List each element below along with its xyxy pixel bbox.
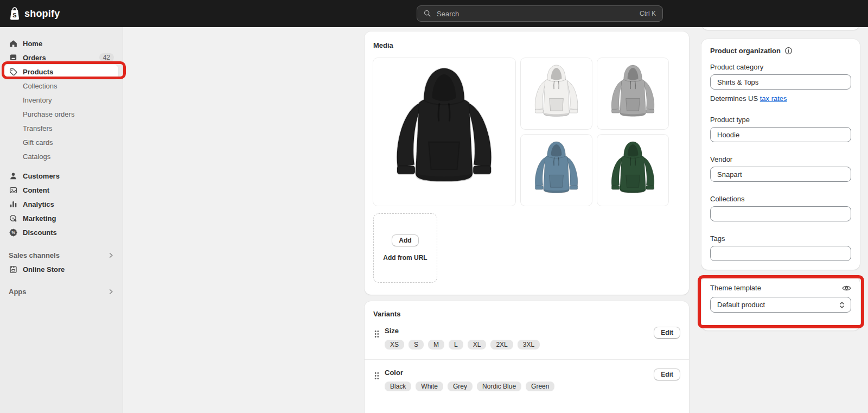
sidebar-item-orders[interactable]: Orders 42 [4,50,118,65]
add-from-url-link[interactable]: Add from URL [383,254,427,262]
product-organization-header: Product organization [710,47,851,55]
shopify-bag-icon: S [9,7,21,20]
product-category-input[interactable] [710,74,851,90]
variant-row-color: Color Black White Grey Nordic Blue Green… [373,368,680,391]
sidebar-item-label: Gift cards [23,138,53,147]
top-bar: S shopify Ctrl K [0,0,868,27]
sidebar-item-label: Home [23,40,42,48]
variant-value-chip: M [428,340,444,350]
media-title: Media [373,41,680,49]
sidebar-item-label: Inventory [23,96,52,104]
eye-icon[interactable] [842,284,851,292]
sidebar-item-inventory[interactable]: Inventory [4,93,118,107]
sidebar-item-discounts[interactable]: % Discounts [4,225,118,239]
sidebar-item-analytics[interactable]: Analytics [4,197,118,211]
chevron-right-icon [108,252,114,258]
sidebar-item-catalogs[interactable]: Catalogs [4,149,118,163]
svg-text:%: % [11,230,15,235]
variant-value-chip: 2XL [490,340,513,350]
product-image-black-hoodie[interactable] [373,58,515,206]
analytics-icon [9,200,17,208]
tax-note-text: Determines US [710,94,760,103]
sidebar-item-label: Discounts [23,228,57,237]
discounts-icon: % [9,228,17,237]
variant-row-size: Size XS S M L XL 2XL 3XL Edit [373,327,680,350]
drag-handle-icon[interactable] [374,330,379,350]
green-hoodie-image [606,139,660,201]
products-icon [9,67,17,76]
theme-template-value: Default product [717,301,765,309]
sidebar: Home Orders 42 Products Collections Inve… [0,27,123,413]
variant-value-chip: 3XL [518,340,540,350]
variants-card: Variants Size XS S M L XL 2XL 3XL [365,301,689,413]
edit-color-button[interactable]: Edit [654,368,680,380]
sidebar-item-home[interactable]: Home [4,36,118,50]
sidebar-item-purchase-orders[interactable]: Purchase orders [4,107,118,121]
product-image-green-hoodie[interactable] [597,135,668,206]
sidebar-item-label: Analytics [23,200,54,208]
variants-title: Variants [373,310,680,318]
divider [365,359,689,360]
section-label: Apps [9,288,27,296]
theme-template-select[interactable]: Default product [710,297,851,313]
variant-value-chip: Green [526,382,554,391]
edit-size-button[interactable]: Edit [654,327,680,339]
collections-input[interactable] [710,206,851,221]
theme-template-card: Theme template Default product [701,277,860,331]
sidebar-item-customers[interactable]: Customers [4,169,118,183]
sidebar-section-sales-channels[interactable]: Sales channels [4,248,118,262]
vendor-input[interactable] [710,167,851,182]
sidebar-item-label: Purchase orders [23,110,74,118]
main-content: Media Add Add from URL Variants [365,31,689,413]
sidebar-item-transfers[interactable]: Transfers [4,121,118,135]
sidebar-item-online-store[interactable]: Online Store [4,262,118,276]
global-search[interactable]: Ctrl K [417,5,663,22]
orders-icon [9,53,17,62]
product-image-grey-hoodie[interactable] [597,58,668,129]
media-grid [373,58,680,206]
drag-handle-icon[interactable] [374,372,379,391]
tags-input[interactable] [710,246,851,261]
white-hoodie-image [529,63,583,125]
media-add-dropzone[interactable]: Add Add from URL [373,213,437,283]
sidebar-item-collections[interactable]: Collections [4,79,118,93]
search-input[interactable] [436,9,635,18]
variant-value-chip: S [409,340,424,350]
add-media-button[interactable]: Add [392,234,418,246]
tags-label: Tags [710,234,851,243]
sidebar-item-content[interactable]: Content [4,183,118,197]
sidebar-item-gift-cards[interactable]: Gift cards [4,135,118,149]
customers-icon [9,171,17,180]
sidebar-section-apps[interactable]: Apps [4,284,118,298]
black-hoodie-image [385,63,503,200]
product-image-nordic-blue-hoodie[interactable] [521,135,592,206]
product-organization-card: Product organization Product category De… [701,39,860,270]
brand-wordmark: shopify [24,8,60,20]
product-type-input[interactable] [710,127,851,142]
variant-values: XS S M L XL 2XL 3XL [385,340,654,350]
sidebar-item-products[interactable]: Products [4,65,118,79]
tax-rates-link[interactable]: tax rates [760,94,787,103]
vendor-label: Vendor [710,155,851,163]
sidebar-item-label: Products [23,68,53,76]
grey-hoodie-image [606,63,660,125]
collections-label: Collections [710,195,851,203]
nordic-blue-hoodie-image [529,139,583,201]
sidebar-item-marketing[interactable]: Marketing [4,211,118,225]
sidebar-item-label: Transfers [23,124,52,132]
shopify-logo[interactable]: S shopify [9,7,60,20]
sidebar-item-label: Collections [23,82,58,90]
product-type-label: Product type [710,116,851,124]
product-image-white-hoodie[interactable] [521,58,592,129]
store-icon [9,265,17,274]
home-icon [9,39,17,48]
search-icon [424,10,431,17]
info-icon[interactable] [784,47,793,55]
svg-text:S: S [12,12,16,18]
search-shortcut: Ctrl K [640,10,656,17]
variant-name: Color [385,368,654,377]
variant-value-chip: L [449,340,463,350]
theme-template-header: Theme template [710,284,851,292]
variant-value-chip: XL [468,340,487,350]
sidebar-item-label: Customers [23,172,60,180]
